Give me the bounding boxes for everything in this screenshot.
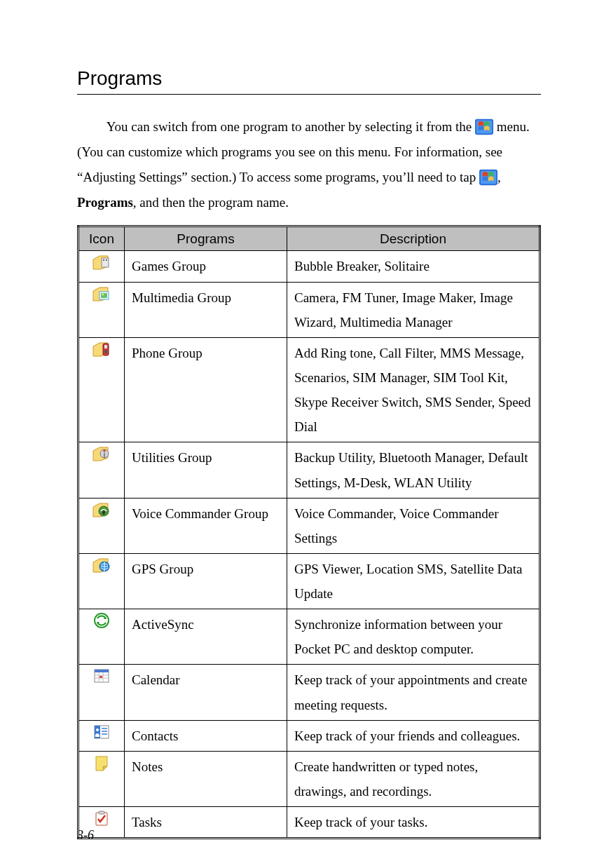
row-description: Voice Commander, Voice Commander Setting… [287,498,540,553]
multimedia-group-icon [92,285,111,302]
row-program: Utilities Group [125,442,287,498]
header-description: Description [287,226,540,251]
notes-icon [92,754,111,771]
svg-rect-52 [95,670,109,672]
row-description: Keep track of your tasks. [287,807,540,839]
svg-rect-37 [103,259,104,261]
header-icon: Icon [78,226,125,251]
tasks-icon [92,810,111,827]
table-row: NotesCreate handwritten or typed notes, … [78,751,540,806]
svg-rect-40 [101,293,107,298]
phone-group-icon [92,341,111,358]
svg-point-60 [96,728,99,731]
windows-start-icon [479,169,497,186]
row-program: Contacts [125,720,287,751]
row-description: Keep track of your appointments and crea… [287,665,540,720]
table-row: ContactsKeep track of your friends and c… [78,720,540,751]
games-group-icon [92,254,111,271]
svg-rect-36 [102,258,109,267]
table-row: Multimedia GroupCamera, FM Tuner, Image … [78,282,540,337]
row-program: Voice Commander Group [125,498,287,553]
comma-text: , [497,170,501,184]
row-icon-cell [78,553,125,609]
table-row: Utilities GroupBackup Utility, Bluetooth… [78,442,540,498]
row-description: Bubble Breaker, Solitaire [287,251,540,282]
table-row: ActiveSyncSynchronize information betwee… [78,609,540,665]
voice-commander-icon [92,501,111,518]
table-row: GPS GroupGPS Viewer, Location SMS, Satel… [78,553,540,609]
row-program: Tasks [125,807,287,839]
heading-divider [77,94,541,95]
svg-rect-57 [99,676,102,678]
row-program: GPS Group [125,553,287,609]
row-description: Synchronize information between your Poc… [287,609,540,665]
row-description: Keep track of your friends and colleague… [287,720,540,751]
row-icon-cell [78,751,125,806]
row-icon-cell [78,498,125,553]
table-header-row: Icon Programs Description [78,226,540,251]
row-program: Multimedia Group [125,282,287,337]
contacts-icon [92,724,111,740]
programs-table: Icon Programs Description Games GroupBub… [77,225,541,839]
header-programs: Programs [125,226,287,251]
table-row: Phone GroupAdd Ring tone, Call Filter, M… [78,337,540,442]
table-row: TasksKeep track of your tasks. [78,807,540,839]
intro-text-1: You can switch from one program to anoth… [107,119,472,134]
svg-rect-65 [99,811,104,814]
calendar-icon [92,667,111,684]
row-program: Games Group [125,251,287,282]
svg-point-41 [102,293,104,295]
table-row: CalendarKeep track of your appointments … [78,665,540,720]
row-icon-cell [78,442,125,498]
row-icon-cell [78,337,125,442]
row-icon-cell [78,720,125,751]
svg-rect-38 [106,259,107,261]
row-description: Create handwritten or typed notes, drawi… [287,751,540,806]
page-number: 3-6 [77,828,94,843]
row-description: Backup Utility, Bluetooth Manager, Defau… [287,442,540,498]
intro-paragraph: You can switch from one program to anoth… [77,114,541,215]
table-row: Voice Commander GroupVoice Commander, Vo… [78,498,540,553]
activesync-icon [92,612,111,629]
svg-rect-44 [104,350,107,353]
row-icon-cell [78,609,125,665]
row-program: Notes [125,751,287,806]
section-heading: Programs [77,67,541,90]
utilities-group-icon [92,445,111,462]
row-icon-cell [78,251,125,282]
row-program: ActiveSync [125,609,287,665]
svg-rect-46 [104,453,105,459]
table-row: Games GroupBubble Breaker, Solitaire [78,251,540,282]
row-program: Calendar [125,665,287,720]
row-icon-cell [78,665,125,720]
svg-point-48 [102,510,105,515]
svg-rect-43 [104,345,107,348]
windows-start-icon [475,118,493,135]
programs-bold: Programs [77,195,133,210]
row-icon-cell [78,282,125,337]
row-description: Add Ring tone, Call Filter, MMS Message,… [287,337,540,442]
row-program: Phone Group [125,337,287,442]
gps-group-icon [92,557,111,574]
intro-text-3: , and then the program name. [133,195,289,210]
row-description: GPS Viewer, Location SMS, Satellite Data… [287,553,540,609]
row-description: Camera, FM Tuner, Image Maker, Image Wiz… [287,282,540,337]
